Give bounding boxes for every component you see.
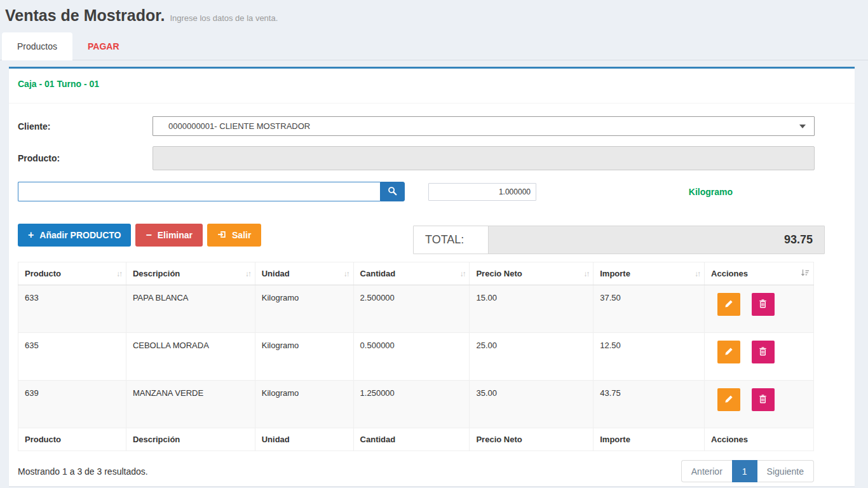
footer-unidad: Unidad xyxy=(255,428,353,451)
cell-descripcion: CEBOLLA MORADA xyxy=(126,333,255,381)
cell-acciones xyxy=(705,285,814,333)
cell-producto: 635 xyxy=(18,333,126,381)
minus-icon: − xyxy=(146,229,151,241)
quantity-input[interactable] xyxy=(428,183,536,201)
header-descripcion[interactable]: Descripción↓↑ xyxy=(126,262,255,285)
search-input[interactable] xyxy=(18,182,380,201)
cell-descripcion: MANZANA VERDE xyxy=(126,381,255,428)
footer-precio-neto: Precio Neto xyxy=(470,428,593,451)
cell-unidad: Kilogramo xyxy=(255,381,353,428)
edit-row-button[interactable] xyxy=(717,341,740,363)
header-producto[interactable]: Producto↓↑ xyxy=(18,262,126,285)
sort-icon: ↓↑ xyxy=(583,269,588,278)
sort-icon: ↓↑ xyxy=(245,269,250,278)
search-row: Kilogramo xyxy=(18,182,855,201)
results-summary: Mostrando 1 a 3 de 3 resultados. xyxy=(18,466,148,477)
cell-producto: 633 xyxy=(18,285,126,333)
producto-row: Producto: xyxy=(18,146,855,170)
tab-pagar[interactable]: PAGAR xyxy=(72,32,135,60)
pencil-icon xyxy=(724,347,733,358)
table-header-row: Producto↓↑ Descripción↓↑ Unidad↓↑ Cantid… xyxy=(18,262,814,285)
remove-button[interactable]: − Eliminar xyxy=(135,224,203,247)
pencil-icon xyxy=(724,395,733,405)
footer-importe: Importe xyxy=(593,428,705,451)
cell-cantidad: 1.250000 xyxy=(353,381,470,428)
pagination-next[interactable]: Siguiente xyxy=(757,460,814,482)
cell-acciones xyxy=(705,381,814,428)
edit-row-button[interactable] xyxy=(717,388,740,411)
cell-precio-neto: 35.00 xyxy=(470,381,593,428)
page-header: Ventas de Mostrador.Ingrese los datos de… xyxy=(0,0,868,27)
delete-row-button[interactable] xyxy=(752,341,775,363)
session-label: Caja - 01 Turno - 01 xyxy=(9,69,855,104)
plus-icon: + xyxy=(28,229,34,241)
pagination-previous[interactable]: Anterior xyxy=(681,460,732,482)
sign-out-icon xyxy=(217,230,226,241)
cliente-select[interactable]: 0000000001- CLIENTE MOSTRADOR xyxy=(153,116,815,136)
sort-amount-icon xyxy=(801,269,810,279)
cliente-selected-value: 0000000001- CLIENTE MOSTRADOR xyxy=(168,121,310,131)
unit-label: Kilogramo xyxy=(689,187,733,197)
add-product-button[interactable]: + Añadir PRODUCTO xyxy=(18,224,131,247)
edit-row-button[interactable] xyxy=(717,293,740,316)
actions-row: + Añadir PRODUCTO − Eliminar Salir TOTAL… xyxy=(18,224,855,254)
sort-icon: ↓↑ xyxy=(344,269,349,278)
header-precio-neto[interactable]: Precio Neto↓↑ xyxy=(470,262,593,285)
caret-down-icon xyxy=(799,125,806,128)
delete-row-button[interactable] xyxy=(752,388,775,411)
trash-icon xyxy=(759,299,767,310)
search-icon xyxy=(388,186,397,198)
cell-unidad: Kilogramo xyxy=(255,333,353,381)
cell-importe: 12.50 xyxy=(593,333,705,381)
cell-precio-neto: 25.00 xyxy=(470,333,593,381)
trash-icon xyxy=(759,395,767,405)
table-footer: Mostrando 1 a 3 de 3 resultados. Anterio… xyxy=(18,460,855,482)
search-button[interactable] xyxy=(380,182,405,201)
tab-bar: Productos PAGAR xyxy=(0,32,868,60)
cell-importe: 43.75 xyxy=(593,381,705,428)
table-row: 633 PAPA BLANCA Kilogramo 2.500000 15.00… xyxy=(18,285,814,333)
sort-icon: ↓↑ xyxy=(459,269,465,278)
sort-icon: ↓↑ xyxy=(695,269,700,278)
remove-label: Eliminar xyxy=(158,230,193,240)
total-value: 93.75 xyxy=(489,226,824,254)
footer-descripcion: Descripción xyxy=(126,428,255,451)
delete-row-button[interactable] xyxy=(752,293,775,316)
cell-importe: 37.50 xyxy=(593,285,705,333)
cliente-label: Cliente: xyxy=(18,121,153,132)
producto-field xyxy=(153,146,815,170)
footer-producto: Producto xyxy=(18,428,126,451)
table-row: 635 CEBOLLA MORADA Kilogramo 0.500000 25… xyxy=(18,333,814,381)
trash-icon xyxy=(759,347,767,358)
table-footer-row: Producto Descripción Unidad Cantidad Pre… xyxy=(18,428,814,451)
cell-descripcion: PAPA BLANCA xyxy=(126,285,255,333)
cell-cantidad: 0.500000 xyxy=(353,333,470,381)
pagination-page-1[interactable]: 1 xyxy=(732,460,757,482)
header-acciones[interactable]: Acciones xyxy=(705,262,814,285)
cell-cantidad: 2.500000 xyxy=(353,285,470,333)
page-title: Ventas de Mostrador.Ingrese los datos de… xyxy=(5,6,278,24)
cell-producto: 639 xyxy=(18,381,126,428)
header-importe[interactable]: Importe↓↑ xyxy=(593,262,705,285)
cell-unidad: Kilogramo xyxy=(255,285,353,333)
pagination: Anterior 1 Siguiente xyxy=(681,460,814,482)
cell-acciones xyxy=(705,333,814,381)
producto-label: Producto: xyxy=(18,153,153,163)
tab-productos[interactable]: Productos xyxy=(2,32,72,60)
sale-panel: Caja - 01 Turno - 01 Cliente: 0000000001… xyxy=(9,67,855,486)
header-unidad[interactable]: Unidad↓↑ xyxy=(255,262,353,285)
page-subtitle: Ingrese los datos de la venta. xyxy=(170,13,278,23)
pencil-icon xyxy=(724,299,733,310)
table-row: 639 MANZANA VERDE Kilogramo 1.250000 35.… xyxy=(18,381,814,428)
footer-acciones: Acciones xyxy=(705,428,814,451)
total-group: TOTAL: 93.75 xyxy=(413,226,825,254)
exit-button[interactable]: Salir xyxy=(207,224,261,247)
products-table: Producto↓↑ Descripción↓↑ Unidad↓↑ Cantid… xyxy=(18,262,814,451)
sort-icon: ↓↑ xyxy=(116,269,121,278)
cliente-row: Cliente: 0000000001- CLIENTE MOSTRADOR xyxy=(18,116,855,136)
total-label: TOTAL: xyxy=(414,226,489,254)
exit-label: Salir xyxy=(232,230,251,240)
add-product-label: Añadir PRODUCTO xyxy=(39,230,121,240)
header-cantidad[interactable]: Cantidad↓↑ xyxy=(353,262,470,285)
cell-precio-neto: 15.00 xyxy=(470,285,593,333)
